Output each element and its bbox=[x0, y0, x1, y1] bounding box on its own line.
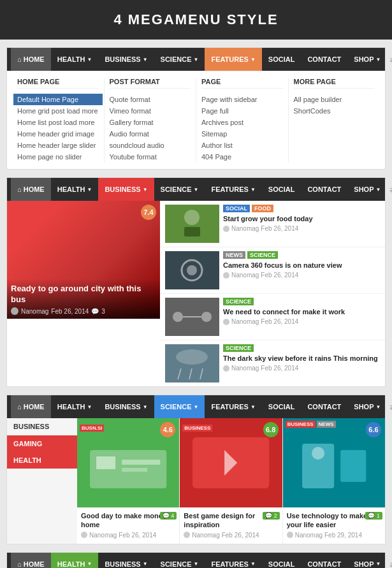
sidebar-health[interactable]: HEALTH bbox=[7, 452, 77, 469]
megamenu-block-2: ⌂ HOME HEALTH ▼ BUSINESS ▼ SCIENCE ▼ FEA… bbox=[6, 177, 386, 387]
nav-social-4[interactable]: SOCIAL bbox=[262, 553, 301, 568]
tag-bar-1: SOCIAL FOOD bbox=[223, 205, 380, 212]
date-b2: Feb 26, 2014 bbox=[222, 532, 259, 539]
nav-social-3[interactable]: SOCIAL bbox=[262, 395, 301, 418]
dd-header-homepage: HOME PAGE bbox=[17, 78, 99, 89]
nav-shop-4[interactable]: SHOP ▼ bbox=[347, 553, 387, 568]
block3-meta-2: Nanomag Feb 26, 2014 bbox=[184, 532, 278, 539]
nav-business-4[interactable]: BUSINESS ▼ bbox=[98, 553, 154, 568]
nav-health-1[interactable]: HEALTH ▼ bbox=[51, 48, 99, 71]
dd-item-no-slider[interactable]: Home page no slider bbox=[17, 151, 99, 163]
block3-card-2[interactable]: 6.8 BUSINESS Best game design for inspir… bbox=[180, 418, 282, 544]
nav-home-1[interactable]: ⌂ HOME bbox=[11, 48, 51, 71]
shuffle-icon-4[interactable]: ⇄ bbox=[387, 559, 392, 568]
nav-health-3[interactable]: HEALTH ▼ bbox=[51, 395, 99, 418]
nav-contact-2[interactable]: CONTACT bbox=[301, 178, 347, 201]
block3-card-3[interactable]: 6.6 BUSINESS NEWS Use technology to make… bbox=[283, 418, 385, 544]
dd-item-quote[interactable]: Quote format bbox=[110, 94, 191, 105]
dd-item-soundcloud[interactable]: soundcloud audio bbox=[110, 140, 191, 151]
main-author: Nanomag bbox=[21, 308, 48, 315]
article-meta-1: Nanomag Feb 26, 2014 bbox=[223, 225, 380, 232]
nav-social-1[interactable]: SOCIAL bbox=[262, 48, 301, 71]
dd-item-vimeo[interactable]: Vimeo format bbox=[110, 105, 191, 117]
author-2: Nanomag bbox=[231, 272, 259, 279]
dd-item-list-more[interactable]: Home list post load more bbox=[17, 117, 99, 128]
nav-home-3[interactable]: ⌂ HOME bbox=[11, 395, 51, 418]
svg-rect-25 bbox=[340, 450, 366, 482]
nav-shop-2[interactable]: SHOP ▼ bbox=[347, 178, 387, 201]
sidebar-gaming[interactable]: GAMING bbox=[7, 435, 77, 452]
date-b1: Feb 26, 2014 bbox=[119, 532, 156, 539]
block2-main-image[interactable]: 7.4 Ready to go around city with this bu… bbox=[7, 201, 160, 386]
article-info-4: SCIENCE The dark sky view before it rain… bbox=[223, 344, 380, 382]
date-1: Feb 26, 2014 bbox=[261, 225, 298, 232]
dd-item-full[interactable]: Page full bbox=[201, 105, 283, 117]
score-2: 6.8 bbox=[263, 422, 279, 437]
nav-shop-3[interactable]: SHOP ▼ bbox=[347, 395, 387, 418]
nav-business-1[interactable]: BUSINESS ▼ bbox=[98, 48, 154, 71]
megamenu-block-3: ⌂ HOME HEALTH ▼ BUSINESS ▼ SCIENCE ▼ FEA… bbox=[6, 395, 386, 544]
article-row-2[interactable]: NEWS SCIENCE Camera 360 focus is on natu… bbox=[160, 247, 385, 294]
svg-point-8 bbox=[201, 312, 212, 322]
dd-item-youtube[interactable]: Youtube format bbox=[110, 151, 191, 163]
author-1: Nanomag bbox=[231, 225, 259, 232]
shuffle-icon-1[interactable]: ⇄ bbox=[387, 54, 392, 64]
nav-contact-1[interactable]: CONTACT bbox=[301, 48, 347, 71]
nav-health-2[interactable]: HEALTH ▼ bbox=[51, 178, 99, 201]
tag-overlay-2: BUSINESS bbox=[182, 421, 212, 432]
nav-contact-3[interactable]: CONTACT bbox=[301, 395, 347, 418]
svg-rect-2 bbox=[184, 227, 200, 237]
dd-item-authorlist[interactable]: Author list bbox=[201, 140, 283, 151]
nav-social-2[interactable]: SOCIAL bbox=[262, 178, 301, 201]
block3-card-1[interactable]: 4.6 BUSN.SI Good day to make money at ho… bbox=[77, 418, 180, 544]
article-title-1: Start grow your food today bbox=[223, 214, 380, 223]
dd-item-audio[interactable]: Audio format bbox=[110, 128, 191, 140]
dd-item-header-large[interactable]: Home header large slider bbox=[17, 140, 99, 151]
nav-features-1[interactable]: FEATURES ▼ bbox=[205, 48, 261, 71]
nav-health-4[interactable]: HEALTH ▼ bbox=[51, 553, 99, 568]
article-row-4[interactable]: SCIENCE The dark sky view before it rain… bbox=[160, 340, 385, 386]
nav-business-2[interactable]: BUSINESS ▼ bbox=[98, 178, 154, 201]
sidebar-business[interactable]: BUSINESS bbox=[7, 418, 77, 435]
nav-home-2[interactable]: ⌂ HOME bbox=[11, 178, 51, 201]
nav-shop-1[interactable]: SHOP ▼ bbox=[347, 48, 387, 71]
dd-item-default-home[interactable]: Default Home Page bbox=[13, 94, 103, 105]
tag-overlay-3: BUSINESS NEWS bbox=[286, 421, 336, 428]
article-meta-3: Nanomag Feb 26, 2014 bbox=[223, 318, 380, 325]
nav-bar-1: ⌂ HOME HEALTH ▼ BUSINESS ▼ SCIENCE ▼ FEA… bbox=[7, 48, 385, 71]
nav-science-3[interactable]: SCIENCE ▼ bbox=[154, 395, 205, 418]
nav-home-4[interactable]: ⌂ HOME bbox=[11, 553, 51, 568]
nav-science-1[interactable]: SCIENCE ▼ bbox=[154, 48, 205, 71]
dd-col-postformat: POST FORMAT Quote format Vimeo format Ga… bbox=[105, 78, 197, 163]
dd-item-gallery[interactable]: Gallery format bbox=[110, 117, 191, 128]
article-row-1[interactable]: SOCIAL FOOD Start grow your food today N… bbox=[160, 201, 385, 247]
nav-business-3[interactable]: BUSINESS ▼ bbox=[98, 395, 154, 418]
main-image-overlay: Ready to go around city with this bus Na… bbox=[7, 279, 160, 319]
dd-item-pagebuilder[interactable]: All page builder bbox=[294, 94, 375, 105]
nav-contact-4[interactable]: CONTACT bbox=[301, 553, 347, 568]
dd-item-sitemap[interactable]: Sitemap bbox=[201, 128, 283, 140]
nav-features-4[interactable]: FEATURES ▼ bbox=[205, 553, 261, 568]
article-row-3[interactable]: SCIENCE We need to connect for make it w… bbox=[160, 294, 385, 340]
shuffle-icon-2[interactable]: ⇄ bbox=[387, 184, 392, 194]
dd-item-grid-more[interactable]: Home grid post load more bbox=[17, 105, 99, 117]
dd-item-shortcodes[interactable]: ShortCodes bbox=[294, 105, 375, 117]
block3-img-1: 4.6 BUSN.SI bbox=[77, 418, 179, 507]
nav-science-2[interactable]: SCIENCE ▼ bbox=[154, 178, 205, 201]
dd-item-header-grid[interactable]: Home header grid image bbox=[17, 128, 99, 140]
shuffle-icon-3[interactable]: ⇄ bbox=[387, 402, 392, 412]
svg-rect-18 bbox=[122, 460, 160, 465]
card2-tag: BUSINESS bbox=[182, 425, 212, 432]
nav-features-2[interactable]: FEATURES ▼ bbox=[205, 178, 261, 201]
nav-features-3[interactable]: FEATURES ▼ bbox=[205, 395, 261, 418]
block3-meta-1: Nanomag Feb 26, 2014 bbox=[81, 532, 175, 539]
avatar-2 bbox=[223, 272, 229, 279]
avatar-b3 bbox=[287, 532, 293, 538]
block3-img-2: 6.8 BUSINESS bbox=[180, 418, 282, 507]
date-b3: Feb 29, 2014 bbox=[324, 532, 362, 539]
dd-item-archives[interactable]: Archives post bbox=[201, 117, 283, 128]
dd-item-sidebar[interactable]: Page with sidebar bbox=[201, 94, 283, 105]
dd-item-404[interactable]: 404 Page bbox=[201, 151, 283, 163]
avatar-b1 bbox=[81, 532, 87, 538]
nav-science-4[interactable]: SCIENCE ▼ bbox=[154, 553, 205, 568]
